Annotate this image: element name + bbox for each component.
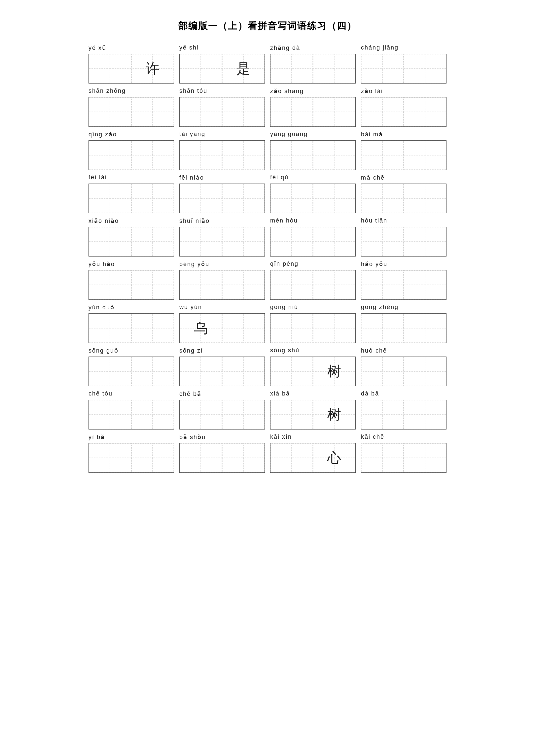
char-cell-0[interactable]: [180, 54, 222, 83]
char-cell-1[interactable]: [313, 54, 355, 83]
char-cell-1[interactable]: [313, 141, 355, 170]
word-box[interactable]: [89, 184, 174, 213]
word-box[interactable]: 树: [270, 357, 356, 386]
char-cell-1[interactable]: 心: [313, 443, 355, 472]
char-cell-0[interactable]: [361, 357, 404, 386]
char-cell-1[interactable]: [404, 357, 446, 386]
char-cell-0[interactable]: [361, 270, 404, 299]
char-cell-0[interactable]: [361, 141, 404, 170]
char-cell-1[interactable]: [313, 97, 355, 126]
char-cell-1[interactable]: [404, 270, 446, 299]
char-cell-1[interactable]: [131, 141, 174, 170]
char-cell-0[interactable]: [89, 314, 131, 343]
char-cell-0[interactable]: [89, 443, 131, 472]
word-box[interactable]: [270, 140, 356, 170]
char-cell-1[interactable]: [131, 400, 174, 429]
char-cell-1[interactable]: [404, 400, 446, 429]
word-box[interactable]: [361, 357, 446, 386]
char-cell-0[interactable]: [180, 357, 222, 386]
char-cell-1[interactable]: [222, 443, 265, 472]
char-cell-1[interactable]: [222, 357, 265, 386]
char-cell-1[interactable]: 树: [313, 357, 355, 386]
word-box[interactable]: [270, 313, 356, 343]
char-cell-0[interactable]: [361, 97, 404, 126]
word-box[interactable]: [179, 270, 265, 300]
word-box[interactable]: [89, 313, 174, 343]
word-box[interactable]: [89, 443, 174, 473]
char-cell-0[interactable]: [180, 97, 222, 126]
word-box[interactable]: [270, 184, 356, 213]
word-box[interactable]: 树: [270, 400, 356, 430]
char-cell-1[interactable]: 许: [131, 54, 174, 83]
char-cell-1[interactable]: [222, 184, 265, 213]
char-cell-0[interactable]: [180, 227, 222, 256]
word-box[interactable]: [179, 357, 265, 386]
word-box[interactable]: [270, 54, 356, 84]
char-cell-0[interactable]: [180, 141, 222, 170]
word-box[interactable]: [361, 400, 446, 430]
char-cell-1[interactable]: [313, 184, 355, 213]
char-cell-1[interactable]: [131, 184, 174, 213]
char-cell-0[interactable]: [270, 97, 313, 126]
char-cell-0[interactable]: [270, 270, 313, 299]
char-cell-1[interactable]: [404, 314, 446, 343]
word-box[interactable]: [361, 227, 446, 257]
char-cell-0[interactable]: [270, 443, 313, 472]
word-box[interactable]: [361, 97, 446, 127]
char-cell-0[interactable]: [361, 443, 404, 472]
char-cell-1[interactable]: [222, 141, 265, 170]
char-cell-0[interactable]: [180, 400, 222, 429]
word-box[interactable]: [179, 184, 265, 213]
char-cell-1[interactable]: [222, 314, 265, 343]
char-cell-1[interactable]: [222, 227, 265, 256]
word-box[interactable]: [89, 270, 174, 300]
char-cell-0[interactable]: [89, 184, 131, 213]
char-cell-0[interactable]: [270, 227, 313, 256]
word-box[interactable]: [270, 97, 356, 127]
word-box[interactable]: [361, 443, 446, 473]
char-cell-1[interactable]: [131, 97, 174, 126]
char-cell-0[interactable]: [89, 97, 131, 126]
char-cell-0[interactable]: [361, 54, 404, 83]
word-box[interactable]: [89, 97, 174, 127]
word-box[interactable]: [361, 313, 446, 343]
char-cell-1[interactable]: [404, 443, 446, 472]
char-cell-1[interactable]: [131, 314, 174, 343]
char-cell-0[interactable]: [180, 270, 222, 299]
char-cell-0[interactable]: [361, 314, 404, 343]
char-cell-1[interactable]: [313, 314, 355, 343]
char-cell-1[interactable]: [313, 270, 355, 299]
word-box[interactable]: 许: [89, 54, 174, 84]
char-cell-0[interactable]: [270, 54, 313, 83]
char-cell-0[interactable]: 乌: [180, 314, 222, 343]
char-cell-0[interactable]: [89, 357, 131, 386]
word-box[interactable]: [270, 270, 356, 300]
char-cell-0[interactable]: [361, 184, 404, 213]
word-box[interactable]: [179, 443, 265, 473]
word-box[interactable]: [179, 227, 265, 257]
word-box[interactable]: 心: [270, 443, 356, 473]
char-cell-1[interactable]: 树: [313, 400, 355, 429]
word-box[interactable]: [179, 140, 265, 170]
char-cell-1[interactable]: [131, 357, 174, 386]
word-box[interactable]: [89, 227, 174, 257]
char-cell-0[interactable]: [180, 184, 222, 213]
word-box[interactable]: 是: [179, 54, 265, 84]
char-cell-0[interactable]: [361, 227, 404, 256]
word-box[interactable]: [179, 97, 265, 127]
char-cell-1[interactable]: [404, 227, 446, 256]
word-box[interactable]: [361, 140, 446, 170]
char-cell-0[interactable]: [270, 314, 313, 343]
char-cell-0[interactable]: [270, 400, 313, 429]
char-cell-0[interactable]: [270, 184, 313, 213]
char-cell-1[interactable]: [222, 400, 265, 429]
char-cell-1[interactable]: [404, 97, 446, 126]
char-cell-0[interactable]: [89, 270, 131, 299]
char-cell-1[interactable]: [222, 270, 265, 299]
word-box[interactable]: 乌: [179, 313, 265, 343]
char-cell-1[interactable]: [131, 270, 174, 299]
char-cell-0[interactable]: [270, 357, 313, 386]
word-box[interactable]: [361, 54, 446, 84]
word-box[interactable]: [89, 357, 174, 386]
char-cell-0[interactable]: [270, 141, 313, 170]
